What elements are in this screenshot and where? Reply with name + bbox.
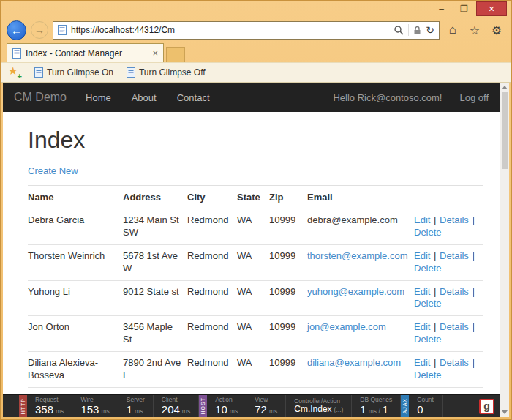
search-icon[interactable] — [394, 25, 404, 35]
browser-window: – ❐ × ← → https://localhost:44312/Cm — [0, 0, 512, 420]
window-maximize-button[interactable]: ❐ — [453, 1, 475, 16]
home-button[interactable]: ⌂ — [444, 23, 462, 37]
plus-icon: + — [18, 72, 22, 80]
favorite-label: Turn Glimpse Off — [139, 67, 206, 78]
favorite-turn-glimpse-off[interactable]: Turn Glimpse Off — [127, 67, 206, 78]
navbar-brand[interactable]: CM Demo — [14, 91, 67, 104]
forward-button[interactable]: → — [31, 21, 48, 39]
main-content: Index Create New Name Address City State — [3, 112, 500, 394]
favorite-turn-glimpse-on[interactable]: Turn Glimpse On — [34, 67, 113, 78]
log-off-link[interactable]: Log off — [459, 92, 489, 103]
url-text[interactable]: https://localhost:44312/Cm — [71, 25, 389, 35]
details-link[interactable]: Details — [440, 357, 469, 368]
edit-link[interactable]: Edit — [414, 250, 430, 261]
browser-tab-contact-manager[interactable]: Index - Contact Manager × — [7, 43, 164, 62]
window-close-button[interactable]: × — [476, 1, 507, 16]
scrollbar[interactable] — [500, 83, 509, 417]
cell-zip: 10999 — [269, 316, 307, 352]
cell-actions: Edit | Details | Delete — [414, 280, 483, 316]
nav-link-home[interactable]: Home — [86, 92, 111, 103]
cell-actions: Edit | Details | Delete — [414, 352, 483, 388]
nav-link-contact[interactable]: Contact — [177, 92, 210, 103]
page-icon — [58, 25, 67, 35]
delete-link[interactable]: Delete — [414, 334, 442, 345]
cell-address: 9012 State st — [123, 280, 187, 316]
account-greeting-link[interactable]: Hello Rick@contoso.com! — [333, 92, 442, 103]
cell-zip: 10999 — [269, 352, 307, 388]
scroll-down-button[interactable] — [500, 408, 509, 417]
add-favorite-button[interactable]: ★ + — [8, 67, 21, 78]
details-link[interactable]: Details — [440, 214, 469, 225]
new-tab-button[interactable] — [166, 47, 185, 62]
glimpse-hud[interactable]: HTTP Request 358ms Wire 153ms Server 1ms — [3, 394, 500, 417]
star-icon: ★ — [8, 64, 18, 78]
details-link[interactable]: Details — [440, 286, 469, 297]
email-link[interactable]: jon@example.com — [307, 321, 386, 332]
delete-link[interactable]: Delete — [414, 298, 442, 309]
cell-city: Redmond — [187, 316, 237, 352]
create-new-link[interactable]: Create New — [28, 165, 78, 176]
maximize-icon: ❐ — [460, 4, 468, 14]
cell-name: Jon Orton — [28, 316, 123, 352]
cell-name: Diliana Alexieva-Bosseva — [28, 352, 123, 388]
favorites-button[interactable]: ☆ — [466, 23, 483, 37]
edit-link[interactable]: Edit — [414, 214, 430, 225]
glimpse-metric-client: Client 204ms — [154, 395, 199, 417]
tab-close-button[interactable]: × — [152, 48, 158, 59]
minimize-icon: – — [439, 4, 444, 14]
table-row: Jon Orton 3456 Maple St Redmond WA 10999… — [28, 316, 483, 352]
email-link[interactable]: yuhong@example.com — [307, 286, 404, 297]
edit-link[interactable]: Edit — [414, 357, 430, 368]
action-separator: | — [434, 321, 436, 332]
settings-button[interactable]: ⚙ — [488, 23, 505, 37]
address-bar-divider — [408, 24, 409, 36]
glimpse-g-icon: g — [483, 400, 490, 412]
details-link[interactable]: Details — [440, 321, 469, 332]
cell-city: Redmond — [187, 209, 237, 245]
browser-toolbar: ← → https://localhost:44312/Cm ↻ ⌂ ☆ ⚙ — [1, 19, 511, 43]
details-link[interactable]: Details — [440, 250, 469, 261]
email-link[interactable]: debra@example.com — [307, 214, 398, 225]
window-minimize-button[interactable]: – — [431, 1, 452, 16]
cell-state: WA — [237, 244, 269, 280]
cell-address: 7890 2nd Ave E — [123, 352, 187, 388]
edit-link[interactable]: Edit — [414, 286, 430, 297]
action-separator: | — [472, 357, 474, 368]
cell-address: 3456 Maple St — [123, 316, 187, 352]
delete-link[interactable]: Delete — [414, 227, 442, 238]
scrollbar-thumb[interactable] — [502, 92, 508, 169]
col-header-state: State — [237, 186, 269, 209]
nav-link-about[interactable]: About — [132, 92, 157, 103]
page-title: Index — [28, 127, 483, 154]
scroll-up-button[interactable] — [500, 83, 509, 92]
action-separator: | — [434, 357, 436, 368]
refresh-button[interactable]: ↻ — [426, 24, 434, 36]
window-titlebar[interactable]: – ❐ × — [1, 1, 511, 19]
address-bar[interactable]: https://localhost:44312/Cm ↻ — [53, 21, 440, 40]
glimpse-metric-controller-action: Controller/Action Cm.Index(...) — [286, 395, 352, 417]
cell-state: WA — [237, 316, 269, 352]
close-icon: × — [489, 3, 494, 15]
table-header-row: Name Address City State Zip Email — [28, 186, 483, 209]
table-row: Debra Garcia 1234 Main St SW Redmond WA … — [28, 209, 483, 245]
glimpse-http-tag: HTTP — [19, 395, 27, 417]
back-icon: ← — [11, 24, 22, 37]
cell-state: WA — [237, 280, 269, 316]
edit-link[interactable]: Edit — [414, 321, 430, 332]
delete-link[interactable]: Delete — [414, 370, 442, 380]
action-separator: | — [434, 250, 436, 261]
favorite-icon — [34, 67, 43, 78]
glimpse-ajax-tag: AJAX — [401, 395, 409, 417]
back-button[interactable]: ← — [7, 20, 26, 40]
glimpse-metric-count: Count 0 — [409, 395, 443, 417]
action-separator: | — [434, 214, 436, 225]
email-link[interactable]: diliana@example.com — [307, 357, 401, 368]
delete-link[interactable]: Delete — [414, 263, 442, 274]
glimpse-logo-button[interactable]: g — [479, 399, 494, 414]
table-row: Yuhong Li 9012 State st Redmond WA 10999… — [28, 280, 483, 316]
cell-zip: 10999 — [269, 209, 307, 245]
window-controls: – ❐ × — [431, 1, 507, 16]
glimpse-metric-action: Action 10ms — [207, 395, 246, 417]
tab-bar: Index - Contact Manager × — [1, 43, 511, 62]
email-link[interactable]: thorsten@example.com — [307, 250, 407, 261]
